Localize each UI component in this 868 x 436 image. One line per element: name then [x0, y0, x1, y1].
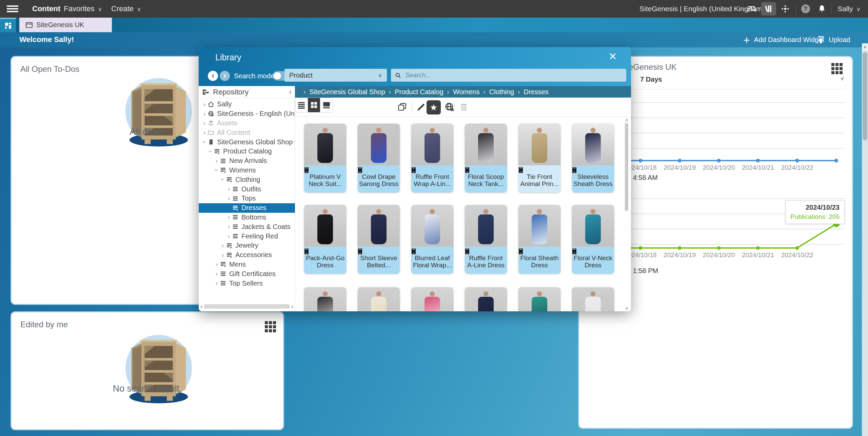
tree-item-new-arrivals[interactable]: ›New Arrivals: [199, 156, 295, 166]
product-tile-floral-scoop-neck-tank[interactable]: Floral Scoop Neck Tank...: [465, 124, 507, 192]
upload-button[interactable]: Upload: [816, 32, 850, 47]
expander-icon[interactable]: ›: [213, 167, 220, 173]
tree-item-accessories[interactable]: ›Accessories: [199, 250, 295, 260]
breadcrumb-item-dresses[interactable]: Dresses: [524, 88, 548, 96]
copy-icon[interactable]: [395, 100, 409, 114]
tree-item-gift-certificates[interactable]: ›Gift Certificates: [199, 269, 295, 278]
help-icon[interactable]: ?: [799, 3, 812, 15]
scroll-left-icon[interactable]: ‹: [199, 303, 204, 310]
grid-vertical-scrollbar[interactable]: ∧ ∨: [625, 117, 629, 311]
tree-item-tops[interactable]: ›Tops: [199, 194, 295, 203]
menu-content[interactable]: Content: [32, 0, 60, 18]
breadcrumb-item-sitegenesis-global-shop[interactable]: SiteGenesis Global Shop: [309, 88, 385, 96]
breadcrumb-item-product-catalog[interactable]: Product Catalog: [395, 88, 443, 96]
product-tile-partial-5[interactable]: [518, 287, 560, 311]
breadcrumb-item-womens[interactable]: Womens: [453, 88, 480, 96]
tree-item-mens[interactable]: ›Mens: [199, 260, 295, 269]
product-tile-pack-and-go-dress[interactable]: Pack-And-Go Dress: [304, 205, 346, 274]
expander-icon[interactable]: ›: [214, 270, 220, 277]
list-view-icon[interactable]: [295, 98, 308, 112]
search-input[interactable]: [405, 71, 622, 79]
tab-sitegenesis-uk[interactable]: SiteGenesis UK: [19, 18, 112, 32]
widget-grid-icon[interactable]: [265, 321, 276, 332]
scrollbar-track[interactable]: [204, 304, 290, 309]
tree-item-jewelry[interactable]: ›Jewelry: [199, 241, 295, 250]
tree-item-product-catalog[interactable]: ›Product Catalog: [199, 147, 295, 156]
product-tile-partial-3[interactable]: [411, 287, 453, 311]
product-tile-floral-v-neck-dress[interactable]: Floral V-Neck Dress: [572, 205, 614, 274]
scroll-down-icon[interactable]: ∨: [625, 305, 629, 311]
user-menu[interactable]: Sally∨: [837, 0, 861, 18]
search-list-icon[interactable]: [745, 3, 759, 15]
expander-icon[interactable]: ›: [214, 157, 220, 165]
expander-icon[interactable]: ›: [201, 129, 208, 136]
tree-item-bottoms[interactable]: ›Bottoms: [199, 213, 295, 222]
product-tile-sleeveless-sheath-dress[interactable]: Sleeveless Sheath Dress: [572, 124, 614, 192]
back-button[interactable]: ‹: [208, 71, 218, 81]
grid-view-icon[interactable]: [308, 98, 320, 112]
product-tile-partial-1[interactable]: [304, 287, 346, 311]
scroll-up-icon[interactable]: ∧: [862, 43, 868, 51]
tree-item-sitegenesis-global-shop[interactable]: ›SiteGenesis Global Shop: [199, 137, 295, 147]
product-tile-partial-6[interactable]: [572, 287, 614, 311]
product-tile-platinum-v-neck-suit[interactable]: Platinum V Neck Suit...: [304, 124, 346, 192]
favorite-star-button[interactable]: ★: [427, 100, 441, 115]
tree-item-sitegenesis-english-united-kingdom[interactable]: ›SiteGenesis - English (United Kingdom): [199, 109, 295, 119]
add-dashboard-widget-button[interactable]: + Add Dashboard Widget: [743, 32, 824, 47]
product-tile-blurred-leaf-floral-wrap[interactable]: Blurred Leaf Floral Wrap...: [411, 205, 453, 274]
expander-icon[interactable]: ›: [201, 110, 208, 118]
tree-item-feeling-red[interactable]: ›Feeling Red: [199, 231, 295, 241]
product-tile-partial-2[interactable]: [358, 287, 400, 311]
expander-icon[interactable]: ›: [226, 213, 232, 221]
tree-item-jackets-coats[interactable]: ›Jackets & Coats: [199, 222, 295, 231]
product-tile-short-sleeve-belted[interactable]: Short Sleeve Belted...: [358, 205, 400, 274]
expander-icon[interactable]: ›: [226, 223, 232, 230]
scroll-right-icon[interactable]: ›: [290, 303, 295, 310]
menu-create[interactable]: Create∨: [111, 0, 141, 18]
library-icon[interactable]: [761, 2, 776, 16]
product-tile-cowl-drape-sarong-dress[interactable]: Cowl Drape Sarong Dress: [358, 124, 400, 192]
tree-item-outfits[interactable]: ›Outfits: [199, 184, 295, 194]
tree-item-dresses[interactable]: Dresses: [199, 203, 295, 213]
close-icon[interactable]: ×: [609, 49, 616, 64]
widget-grid-icon[interactable]: [831, 63, 843, 74]
tree-item-all-content[interactable]: ›All Content: [199, 128, 295, 137]
card-view-icon[interactable]: [320, 98, 333, 112]
product-tile-ruffle-front-a-line-dress[interactable]: Ruffle Front A-Line Dress: [465, 205, 507, 274]
hamburger-menu-icon[interactable]: [7, 5, 18, 12]
tree-item-sally[interactable]: ›Sally: [199, 100, 295, 109]
product-tile-floral-sheath-dress[interactable]: Floral Sheath Dress: [518, 205, 560, 274]
scroll-up-icon[interactable]: ∧: [625, 117, 629, 123]
tree-item-assets[interactable]: ›Assets: [199, 119, 295, 128]
scrollbar-thumb[interactable]: [863, 52, 867, 140]
product-tile-tie-front-animal-prin[interactable]: Tie Front Animal Prin...: [518, 124, 560, 192]
page-scrollbar[interactable]: ∧: [862, 43, 868, 436]
expander-icon[interactable]: ›: [207, 148, 214, 154]
menu-favorites[interactable]: Favorites∨: [64, 0, 102, 18]
product-tile-ruffle-front-wrap-a-lin[interactable]: Ruffle Front Wrap A-Lin...: [411, 124, 453, 192]
expander-icon[interactable]: ›: [219, 177, 226, 183]
product-tile-partial-4[interactable]: [465, 287, 507, 311]
expander-icon[interactable]: ›: [201, 119, 208, 127]
breadcrumb-item-clothing[interactable]: Clothing: [489, 88, 514, 96]
tree-item-clothing[interactable]: ›Clothing: [199, 175, 295, 184]
dashboard-rail-icon[interactable]: [0, 18, 16, 32]
expander-icon[interactable]: ›: [220, 242, 226, 249]
expander-icon[interactable]: ›: [220, 251, 226, 259]
target-icon[interactable]: [778, 3, 792, 15]
forward-button[interactable]: ›: [220, 71, 230, 81]
collapse-panel-icon[interactable]: ‹: [289, 88, 292, 97]
tree-item-womens[interactable]: ›Womens: [199, 166, 295, 175]
expander-icon[interactable]: ›: [226, 232, 232, 240]
tree-horizontal-scrollbar[interactable]: ‹ ›: [199, 304, 295, 309]
delete-trash-icon[interactable]: [457, 100, 471, 114]
expander-icon[interactable]: ›: [214, 261, 220, 268]
edit-pencil-icon[interactable]: [414, 100, 428, 114]
expander-icon[interactable]: ›: [201, 139, 208, 145]
expander-icon[interactable]: ›: [226, 195, 232, 202]
chevron-down-icon[interactable]: ∨: [840, 75, 844, 82]
tree-item-top-sellers[interactable]: ›Top Sellers: [199, 278, 295, 288]
type-selector-dropdown[interactable]: Product ∨: [284, 69, 387, 82]
expander-icon[interactable]: ›: [214, 279, 220, 287]
period-selector[interactable]: 7 Days: [640, 76, 662, 83]
